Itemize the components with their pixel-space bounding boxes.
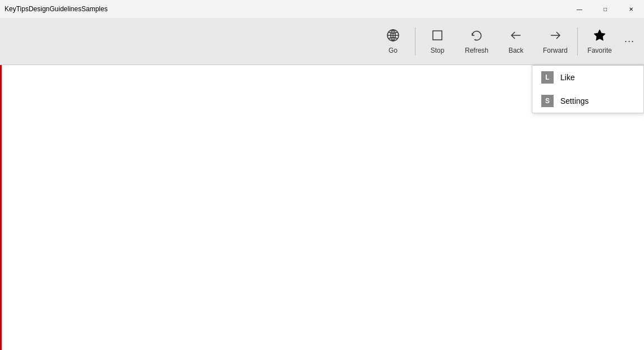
minimize-button[interactable]: — [567,0,592,18]
globe-icon [386,29,400,44]
close-button[interactable]: ✕ [618,0,644,18]
back-button[interactable]: Back [496,22,536,61]
like-key-badge: L [541,71,554,84]
toolbar: Go Stop Refresh [0,18,644,65]
stop-label: Stop [431,47,445,54]
close-icon: ✕ [629,6,633,12]
go-button[interactable]: Go [373,22,413,61]
more-icon: ··· [624,35,634,47]
title-bar: KeyTipsDesignGuidelinesSamples — □ ✕ [0,0,644,18]
stop-icon [431,29,444,44]
go-label: Go [389,47,398,54]
like-menu-item[interactable]: L Like [532,66,643,89]
separator-2 [577,27,578,56]
maximize-button[interactable]: □ [592,0,618,18]
toolbar-buttons: Go Stop Refresh [373,22,640,61]
star-icon [593,29,606,44]
window-controls: — □ ✕ [567,0,644,18]
like-label: Like [560,73,575,82]
back-label: Back [509,47,524,54]
maximize-icon: □ [604,6,607,12]
settings-label: Settings [560,96,589,105]
back-icon [509,29,523,44]
app-title: KeyTipsDesignGuidelinesSamples [4,5,108,13]
settings-key-badge: S [541,95,554,107]
forward-icon [549,29,562,44]
favorite-label: Favorite [587,47,611,54]
dropdown-menu: L Like S Settings [532,65,644,113]
refresh-icon [470,29,483,44]
separator-1 [415,27,415,56]
svg-rect-4 [433,31,442,40]
minimize-icon: — [577,6,582,12]
stop-button[interactable]: Stop [418,22,457,61]
favorite-button[interactable]: Favorite [580,22,619,61]
svg-marker-7 [594,30,605,40]
more-button[interactable]: ··· [619,22,640,61]
refresh-label: Refresh [465,47,488,54]
forward-label: Forward [543,47,568,54]
refresh-button[interactable]: Refresh [457,22,496,61]
forward-button[interactable]: Forward [536,22,575,61]
settings-menu-item[interactable]: S Settings [532,89,643,113]
